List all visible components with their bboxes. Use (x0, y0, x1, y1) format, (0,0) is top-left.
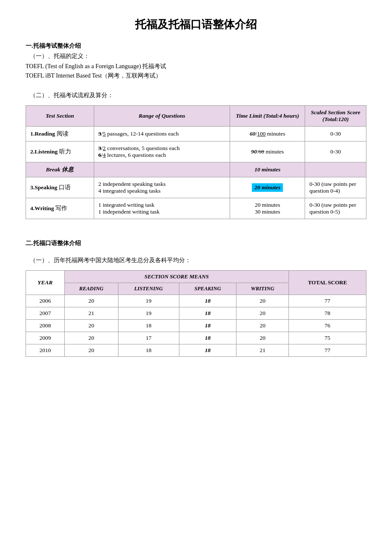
break-range-empty (94, 162, 230, 177)
cell-reading: 20 (64, 320, 118, 332)
score-table-row: 2006 20 19 18 20 77 (26, 295, 366, 307)
speaking-score: 0-30 (raw points per question 0-4) (305, 177, 366, 198)
th-time-limit: Time Limit (Total:4 hours) (230, 106, 305, 127)
score-table-row: 2010 20 18 18 21 77 (26, 344, 366, 357)
cell-speaking: 18 (179, 320, 236, 332)
cell-speaking: 18 (179, 307, 236, 320)
speaking-section-label: 3.Speaking 口语 (26, 177, 94, 198)
toefl-def2: TOEFL iBT Internet Based Test（网考，互联网考试） (26, 72, 366, 80)
cell-year: 2007 (26, 307, 65, 320)
table-row-speaking: 3.Speaking 口语 2 independent speaking tas… (26, 177, 366, 198)
writing-section-label: 4.Writing 写作 (26, 198, 94, 219)
cell-speaking: 18 (179, 332, 236, 344)
break-time: 10 minutes (230, 162, 305, 177)
cell-speaking: 18 (179, 295, 236, 307)
cell-reading: 21 (64, 307, 118, 320)
score-table-row: 2009 20 17 18 20 75 (26, 332, 366, 344)
cell-total: 76 (289, 320, 366, 332)
th-test-section: Test Section (26, 106, 94, 127)
th-total-score: TOTAL SCORE (289, 271, 366, 295)
score-means-table: YEAR SECTION SCORE MEANS TOTAL SCORE REA… (26, 270, 366, 357)
sub1-heading: （一）、托福的定义： (30, 52, 366, 60)
listening-score: 0-30 (305, 142, 366, 162)
speaking-range: 2 independent speaking tasks 4 integrate… (94, 177, 230, 198)
cell-writing: 20 (236, 295, 289, 307)
cell-writing: 20 (236, 320, 289, 332)
listening-range: 3/2 conversations, 5 questions each 6/4 … (94, 142, 230, 162)
cell-listening: 18 (118, 344, 179, 357)
reading-time: 60/100 minutes (230, 127, 305, 142)
toefl-def1: TOEFL (Test of English as a Foreign Lang… (26, 63, 366, 70)
cell-year: 2010 (26, 344, 65, 357)
sub3-heading: （一）、历年托福网考中国大陆地区考生总分及各科平均分： (30, 257, 366, 264)
th-reading: READING (64, 283, 118, 295)
cell-listening: 18 (118, 320, 179, 332)
reading-range: 3/5 passages, 12-14 questions each (94, 127, 230, 142)
cell-year: 2009 (26, 332, 65, 344)
th-scaled-score: Scaled Section Score (Total:120) (305, 106, 366, 127)
cell-speaking: 18 (179, 344, 236, 357)
cell-year: 2006 (26, 295, 65, 307)
th-range-questions: Range of Questions (94, 106, 230, 127)
reading-section-label: 1.Reading 阅读 (26, 127, 94, 142)
cell-writing: 20 (236, 307, 289, 320)
cell-total: 77 (289, 295, 366, 307)
cell-writing: 20 (236, 332, 289, 344)
toefl-structure-table: Test Section Range of Questions Time Lim… (26, 105, 366, 219)
break-label: Break 休息 (26, 162, 94, 177)
table-row-listening: 2.Listening 听力 3/2 conversations, 5 ques… (26, 142, 366, 162)
table-row-break: Break 休息 10 minutes (26, 162, 366, 177)
cell-reading: 20 (64, 332, 118, 344)
cell-listening: 17 (118, 332, 179, 344)
writing-score: 0-30 (raw points per question 0-5) (305, 198, 366, 219)
th-section-score-means: SECTION SCORE MEANS (64, 271, 288, 283)
score-table-row: 2007 21 19 18 20 78 (26, 307, 366, 320)
cell-total: 78 (289, 307, 366, 320)
listening-section-label: 2.Listening 听力 (26, 142, 94, 162)
reading-score: 0-30 (305, 127, 366, 142)
table-row-writing: 4.Writing 写作 1 integrated writing task 1… (26, 198, 366, 219)
section1-heading: 一.托福考试整体介绍 (26, 42, 366, 50)
cell-reading: 20 (64, 344, 118, 357)
cell-listening: 19 (118, 295, 179, 307)
cell-writing: 21 (236, 344, 289, 357)
th-writing: WRITING (236, 283, 289, 295)
writing-range: 1 integrated writing task 1 independent … (94, 198, 230, 219)
break-score-empty (305, 162, 366, 177)
speaking-time-highlight: 20 minutes (252, 183, 283, 192)
section2-heading: 二.托福口语整体介绍 (26, 240, 366, 247)
cell-total: 77 (289, 344, 366, 357)
cell-year: 2008 (26, 320, 65, 332)
listening-time: 90/60 minutes (230, 142, 305, 162)
cell-total: 75 (289, 332, 366, 344)
speaking-time: 20 minutes (230, 177, 305, 198)
cell-reading: 20 (64, 295, 118, 307)
score-table-row: 2008 20 18 18 20 76 (26, 320, 366, 332)
cell-listening: 19 (118, 307, 179, 320)
writing-time: 20 minutes30 minutes (230, 198, 305, 219)
th-year: YEAR (26, 271, 65, 295)
table-row-reading: 1.Reading 阅读 3/5 passages, 12-14 questio… (26, 127, 366, 142)
th-speaking: SPEAKING (179, 283, 236, 295)
page-title: 托福及托福口语整体介绍 (26, 17, 366, 32)
sub2-heading: （二）、托福考试流程及算分： (30, 92, 366, 99)
th-listening: LISTENING (118, 283, 179, 295)
